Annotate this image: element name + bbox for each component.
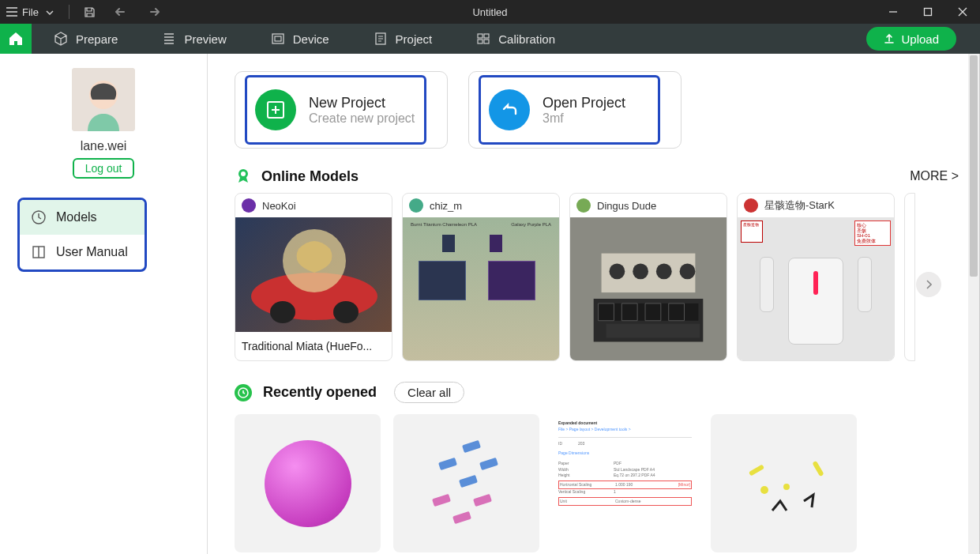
svg-rect-34	[452, 511, 471, 523]
chevron-down-icon[interactable]	[43, 7, 56, 17]
tab-prepare-label: Prepare	[76, 32, 118, 46]
new-project-icon	[255, 89, 296, 130]
undo-icon[interactable]	[114, 7, 130, 17]
svg-rect-6	[478, 40, 482, 43]
svg-rect-20	[599, 303, 699, 321]
hamburger-icon[interactable]	[6, 7, 17, 17]
svg-point-14	[241, 171, 246, 176]
model-card[interactable]: Dingus Dude Bambu Lab X1 and P1 Ser...	[569, 193, 727, 361]
model-thumb: Burnt Titanium Chameleon PLA Galaxy Purp…	[403, 217, 559, 361]
online-models-icon	[235, 168, 252, 185]
model-card[interactable]: chiz_m Burnt Titanium Chameleon PLA Gala…	[402, 193, 560, 361]
content: New Project Create new project Open Proj…	[208, 54, 979, 554]
open-project-icon	[489, 89, 530, 130]
online-models-heading: Online Models	[261, 168, 359, 185]
recent-item[interactable]: Expanded document File > Page layout > D…	[552, 414, 698, 552]
svg-rect-35	[748, 464, 764, 476]
upload-label: Upload	[901, 32, 939, 46]
new-project-sub: Create new project	[309, 111, 415, 126]
redo-icon[interactable]	[145, 7, 161, 17]
sidebar-item-manual[interactable]: User Manual	[20, 235, 145, 269]
svg-rect-1	[272, 34, 283, 43]
sidebar: lane.wei Log out Models User Manual	[0, 54, 208, 554]
svg-rect-4	[478, 34, 482, 38]
model-card[interactable]: 星骸造物-StarK 星骸造物 核心圣骸SH-01免费肢体 《sacru oss…	[737, 193, 895, 361]
svg-point-16	[270, 301, 295, 323]
main-toolbar: Prepare Preview Device Project Calibrati…	[0, 24, 980, 54]
sidebar-item-label: User Manual	[56, 245, 128, 259]
model-author: chiz_m	[430, 200, 462, 212]
tab-device-label: Device	[293, 32, 329, 46]
titlebar: File Untitled	[0, 0, 980, 24]
tab-calibration[interactable]: Calibration	[454, 24, 577, 54]
new-project-title: New Project	[309, 95, 415, 111]
svg-rect-5	[484, 34, 489, 38]
svg-rect-7	[484, 40, 489, 43]
sidebar-item-models[interactable]: Models	[20, 200, 145, 235]
svg-point-24	[633, 263, 648, 279]
svg-point-25	[656, 263, 672, 279]
svg-rect-0	[925, 9, 932, 16]
carousel-next[interactable]	[916, 272, 941, 297]
maximize-button[interactable]	[911, 0, 945, 24]
close-button[interactable]	[945, 0, 980, 24]
svg-point-38	[783, 484, 790, 490]
tab-preview-label: Preview	[184, 32, 226, 46]
tab-project[interactable]: Project	[351, 24, 455, 54]
minimize-button[interactable]	[876, 0, 911, 24]
recent-icon	[235, 384, 252, 401]
svg-rect-28	[461, 439, 480, 452]
tab-prepare[interactable]: Prepare	[32, 24, 140, 54]
svg-rect-21	[606, 324, 700, 338]
model-thumb: 星骸造物 核心圣骸SH-01免费肢体	[738, 217, 894, 361]
upload-icon	[884, 33, 895, 44]
logout-button[interactable]: Log out	[73, 158, 135, 179]
recent-item[interactable]	[393, 414, 539, 552]
open-project-card[interactable]: Open Project 3mf	[468, 71, 681, 149]
sidebar-item-label: Models	[56, 210, 97, 224]
tab-preview[interactable]: Preview	[140, 24, 248, 54]
recent-item[interactable]	[711, 414, 857, 552]
upload-button[interactable]: Upload	[866, 27, 956, 51]
svg-point-37	[760, 486, 768, 494]
model-name: Traditional Miata (HueFo...	[235, 332, 392, 360]
home-button[interactable]	[0, 24, 32, 54]
model-author: Dingus Dude	[597, 200, 656, 212]
model-author: NeoKoi	[262, 200, 296, 212]
svg-rect-2	[275, 36, 281, 41]
tab-calibration-label: Calibration	[498, 32, 555, 46]
svg-rect-36	[812, 460, 824, 476]
svg-rect-33	[472, 493, 491, 506]
tab-project-label: Project	[396, 32, 433, 46]
avatar[interactable]	[72, 68, 135, 131]
recent-heading: Recently opened	[263, 384, 377, 401]
model-thumb	[235, 217, 392, 332]
svg-rect-30	[479, 457, 498, 469]
svg-rect-32	[431, 493, 450, 506]
new-project-card[interactable]: New Project Create new project	[235, 71, 448, 149]
svg-rect-29	[437, 457, 456, 469]
clock-icon	[31, 209, 47, 225]
model-card[interactable]	[904, 193, 915, 361]
save-icon[interactable]	[82, 6, 98, 18]
tab-device[interactable]: Device	[249, 24, 351, 54]
file-menu[interactable]: File	[22, 6, 39, 18]
model-thumb	[570, 217, 727, 361]
open-project-sub: 3mf	[543, 111, 625, 126]
model-author: 星骸造物-StarK	[764, 198, 835, 213]
svg-point-26	[680, 263, 696, 279]
svg-point-17	[333, 301, 359, 323]
scrollbar[interactable]	[968, 54, 979, 554]
svg-point-23	[610, 263, 625, 279]
clear-all-button[interactable]: Clear all	[394, 382, 464, 403]
more-link[interactable]: MORE >	[910, 169, 959, 183]
open-project-title: Open Project	[543, 95, 625, 111]
recent-item[interactable]	[235, 414, 381, 552]
svg-rect-31	[458, 474, 477, 487]
username: lane.wei	[81, 139, 127, 153]
model-card[interactable]: NeoKoi Traditional Miata (HueFo...	[235, 193, 392, 361]
book-icon	[31, 244, 47, 260]
